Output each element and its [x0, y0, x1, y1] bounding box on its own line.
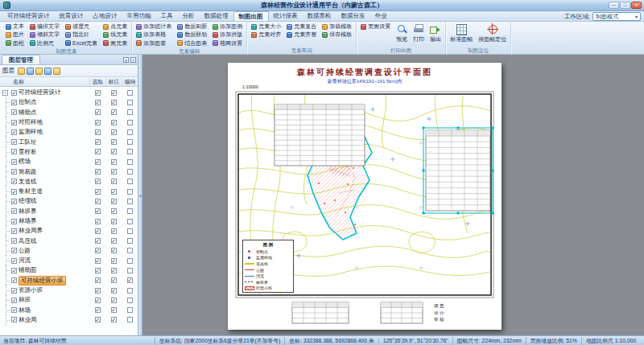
ribbon-small-button[interactable]: 数据刷新	[175, 23, 209, 31]
layer-visible-checkbox[interactable]: ✓	[11, 159, 17, 165]
ribbon-small-button[interactable]: 元素齐整	[284, 31, 319, 39]
layer-visible-checkbox[interactable]: ✓	[11, 149, 17, 154]
layer-edit-checkbox[interactable]	[127, 129, 133, 135]
ribbon-small-button[interactable]: 数据联动	[175, 31, 209, 39]
layer-visible-checkbox[interactable]: ✓	[11, 90, 17, 96]
layer-annotate-checkbox[interactable]: ✓	[111, 169, 117, 175]
layer-annotate-checkbox[interactable]: ✓	[111, 277, 117, 283]
ribbon-small-button[interactable]: 图片	[3, 31, 27, 39]
layer-select-checkbox[interactable]: ✓	[95, 288, 101, 294]
ribbon-small-button[interactable]: 元素大小	[249, 23, 283, 31]
ribbon-big-button[interactable]: 预览	[394, 23, 410, 43]
layer-row[interactable]: ✓支道线✓✓	[0, 177, 138, 187]
layer-select-checkbox[interactable]: ✓	[95, 149, 101, 154]
layer-select-checkbox[interactable]: ✓	[95, 228, 101, 234]
layer-edit-checkbox[interactable]	[127, 109, 133, 115]
ribbon-small-button[interactable]: 面元素	[101, 39, 130, 47]
layer-select-checkbox[interactable]: ✓	[95, 307, 101, 313]
ribbon-small-button[interactable]: 倾斜文字	[27, 31, 62, 39]
layer-visible-checkbox[interactable]: ✓	[11, 100, 17, 105]
layer-select-checkbox[interactable]: ✓	[95, 179, 101, 184]
ribbon-tab[interactable]: 制图出图	[233, 11, 269, 21]
layer-edit-checkbox[interactable]	[127, 139, 133, 145]
layer-visible-checkbox[interactable]: ✓	[11, 189, 17, 195]
layer-select-checkbox[interactable]: ✓	[95, 169, 101, 175]
ribbon-small-button[interactable]: 元素对齐	[249, 31, 283, 39]
layer-visible-checkbox[interactable]: ✓	[11, 248, 17, 253]
layer-annotate-checkbox[interactable]: ✓	[111, 248, 117, 253]
layer-visible-checkbox[interactable]: ✓	[11, 277, 17, 283]
layer-row[interactable]: ✓对照样地✓✓	[0, 117, 138, 127]
layer-row[interactable]: ✓可持续经营小班✓✓✓	[0, 276, 138, 285]
expand-all-icon[interactable]	[35, 68, 43, 75]
layer-select-checkbox[interactable]: ✓	[95, 268, 101, 273]
layer-row[interactable]: ✓简易路✓✓	[0, 166, 138, 176]
layer-annotate-checkbox[interactable]: ✓	[111, 228, 117, 234]
layer-visible-checkbox[interactable]: ✓	[11, 268, 17, 273]
ribbon-tab[interactable]: 统计报表	[269, 11, 303, 21]
ribbon-tab[interactable]: 占地设计	[89, 11, 122, 21]
ribbon-big-button[interactable]: 打印	[411, 23, 427, 43]
layer-visible-checkbox[interactable]: ✓	[11, 288, 17, 294]
ribbon-big-button[interactable]: 输出	[427, 23, 444, 43]
layer-select-checkbox[interactable]: ✓	[95, 248, 101, 253]
layer-row[interactable]: ✓林场✓✓	[0, 306, 138, 315]
layer-select-checkbox[interactable]: ✓	[95, 208, 101, 214]
layer-annotate-checkbox[interactable]: ✓	[111, 149, 117, 154]
layer-edit-checkbox[interactable]	[127, 248, 133, 253]
layer-row[interactable]: ✓林班✓✓	[0, 295, 138, 305]
ribbon-small-button[interactable]: 添加图例	[210, 23, 245, 31]
ribbon-small-button[interactable]: 添加统计表	[134, 23, 174, 31]
layer-visible-checkbox[interactable]: ✓	[11, 109, 17, 115]
layer-row[interactable]: ✓林场界✓✓	[0, 216, 138, 226]
ribbon-small-button[interactable]: 指北针	[63, 31, 100, 39]
layer-select-checkbox[interactable]: ✓	[95, 109, 101, 115]
layer-visible-checkbox[interactable]: ✓	[11, 179, 17, 184]
layer-select-checkbox[interactable]: ✓	[95, 120, 101, 125]
close-button[interactable]: ×	[631, 2, 642, 9]
maximize-button[interactable]: □	[620, 2, 630, 9]
layer-select-checkbox[interactable]: ✓	[95, 258, 101, 264]
layer-annotate-checkbox[interactable]: ✓	[111, 129, 117, 135]
layer-edit-checkbox[interactable]	[127, 288, 133, 294]
layer-visible-checkbox[interactable]: ✓	[11, 208, 17, 214]
layer-edit-checkbox[interactable]	[127, 189, 133, 195]
layer-edit-checkbox[interactable]	[127, 149, 133, 154]
panel-close-icon[interactable]: ×	[130, 57, 136, 63]
layer-select-checkbox[interactable]: ✓	[95, 90, 101, 96]
layer-annotate-checkbox[interactable]: ✓	[111, 298, 117, 303]
layer-visible-checkbox[interactable]: ✓	[11, 129, 17, 135]
layer-edit-checkbox[interactable]	[127, 219, 133, 224]
layer-select-checkbox[interactable]: ✓	[95, 199, 101, 204]
layer-select-checkbox[interactable]: ✓	[95, 100, 101, 105]
layer-edit-checkbox[interactable]	[127, 120, 133, 125]
add-layer-icon[interactable]	[18, 68, 25, 75]
layer-visible-checkbox[interactable]: ✓	[11, 238, 17, 244]
layer-annotate-checkbox[interactable]: ✓	[111, 238, 117, 244]
layer-row[interactable]: ✓工队址✓✓	[0, 137, 138, 146]
ribbon-small-button[interactable]: 添加拼版	[210, 31, 245, 39]
layer-select-checkbox[interactable]: ✓	[95, 219, 101, 224]
ribbon-small-button[interactable]: Excel元素	[63, 39, 100, 47]
layer-edit-checkbox[interactable]: ✓	[127, 277, 133, 283]
layer-select-checkbox[interactable]: ✓	[95, 277, 101, 283]
layer-edit-checkbox[interactable]	[127, 268, 133, 273]
layer-edit-checkbox[interactable]	[127, 317, 133, 322]
ribbon-small-button[interactable]: 页面设置	[358, 23, 393, 31]
layer-visible-checkbox[interactable]: ✓	[11, 219, 17, 224]
layer-row[interactable]: ✓林业局✓✓	[0, 315, 138, 325]
layer-annotate-checkbox[interactable]: ✓	[111, 199, 117, 204]
ribbon-tab[interactable]: 抚育设计	[55, 11, 89, 21]
layer-annotate-checkbox[interactable]: ✓	[111, 317, 117, 322]
ribbon-tab[interactable]: 数据分发	[336, 11, 370, 21]
layer-visible-checkbox[interactable]: ✓	[11, 228, 17, 234]
layer-annotate-checkbox[interactable]: ✓	[111, 268, 117, 273]
layer-edit-checkbox[interactable]	[127, 228, 133, 234]
ribbon-tab[interactable]: 工具	[156, 11, 178, 21]
map-canvas[interactable]: 森林可持续经营调查设计平面图 新青林场位置149(191~191.5km)内 1…	[142, 55, 644, 335]
layer-row[interactable]: ✓经理线✓✓	[0, 196, 138, 206]
ribbon-small-button[interactable]: 保存模板	[320, 31, 354, 39]
layer-edit-checkbox[interactable]	[127, 179, 133, 184]
layer-row[interactable]: ✓里程桩✓✓	[0, 147, 138, 157]
layer-edit-checkbox[interactable]	[127, 238, 133, 244]
